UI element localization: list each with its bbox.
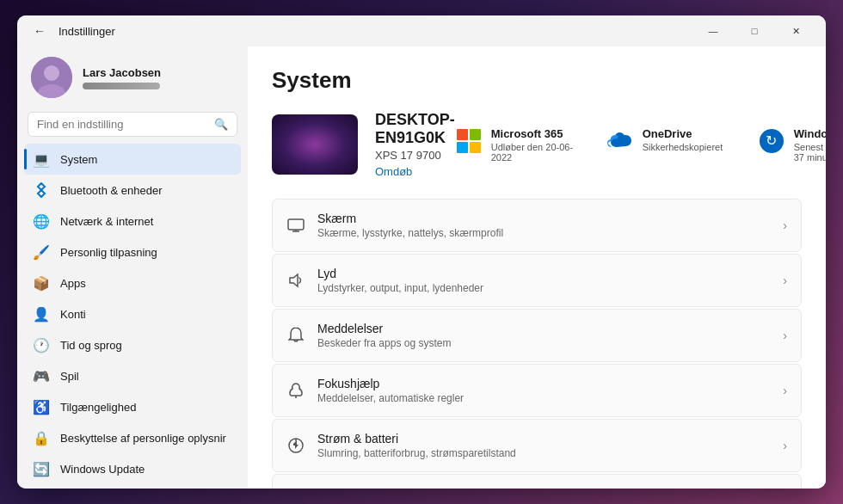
device-info: DESKTOP-EN91G0K XPS 17 9700 Omdøb [375,111,455,178]
lyd-sub: Lydstyrker, output, input, lydenheder [317,282,771,294]
sidebar-item-gaming[interactable]: 🎮 Spil [24,360,241,391]
settings-item-meddelelser[interactable]: Meddelelser Beskeder fra apps og system … [272,309,802,362]
wu-sub: Senest kontrolleret: for 37 minutter sid… [794,142,826,163]
settings-item-stroem[interactable]: Strøm & batteri Slumring, batteriforbrug… [272,419,802,472]
svg-rect-3 [288,219,304,230]
sidebar: Lars Jacobsen 🔍 💻 System [17,46,248,489]
meddelelser-sub: Beskeder fra apps og system [317,337,771,349]
sidebar-item-label-system: System [60,153,97,166]
sidebar-item-apps[interactable]: 📦 Apps [24,267,241,298]
fokushjaelp-icon [286,381,305,400]
search-icon: 🔍 [214,118,228,131]
gaming-icon: 🎮 [33,367,50,384]
service-card-wu: ↻ Windows Update Senest kontrolleret: fo… [758,127,826,163]
back-button[interactable]: ← [28,19,52,43]
system-icon: 💻 [33,151,50,168]
sidebar-item-label-apps: Apps [60,277,86,290]
sidebar-item-network[interactable]: 🌐 Netværk & internet [24,206,241,237]
sidebar-item-bluetooth[interactable]: Bluetooth & enheder [24,175,241,206]
lyd-icon [286,271,305,290]
meddelelser-title: Meddelelser [317,322,771,335]
skaerm-arrow: › [783,218,787,232]
sidebar-item-accounts[interactable]: 👤 Konti [24,298,241,329]
close-button[interactable]: ✕ [776,17,815,45]
stroem-arrow: › [783,439,787,452]
network-icon: 🌐 [33,212,50,230]
ms365-icon [455,127,483,155]
sidebar-item-label-bluetooth: Bluetooth & enheder [60,184,163,197]
bluetooth-icon [33,181,50,199]
sidebar-item-label-time: Tid og sprog [60,339,122,352]
user-info: Lars Jacobsen [83,66,161,89]
main-content: Lars Jacobsen 🔍 💻 System [17,46,826,489]
meddelelser-icon [286,326,305,345]
stroem-icon [286,436,305,455]
sidebar-item-label-gaming: Spil [60,370,79,383]
stroem-sub: Slumring, batteriforbrug, strømsparetils… [317,447,771,459]
meddelelser-arrow: › [783,329,787,342]
sidebar-item-system[interactable]: 💻 System [24,144,241,175]
wu-text: Windows Update Senest kontrolleret: for … [794,127,826,163]
settings-list: Skærm Skærme, lysstyrke, nattelys, skærm… [272,199,802,489]
settings-item-lyd[interactable]: Lyd Lydstyrker, output, input, lydenhede… [272,254,802,307]
settings-window: ← Indstillinger — □ ✕ Lars Jacobsen [17,15,826,489]
lyd-text: Lyd Lydstyrker, output, input, lydenhede… [317,267,771,294]
windowsupdate-icon: 🔄 [33,460,50,477]
ms365-sub: Udløber den 20-06-2022 [491,142,593,163]
svg-point-1 [44,65,59,81]
sidebar-item-label-network: Netværk & internet [60,215,153,228]
onedrive-icon [606,127,634,155]
lyd-title: Lyd [317,267,771,280]
fokushjaelp-title: Fokushjælp [317,377,771,390]
sidebar-item-label-accessibility: Tilgængelighed [60,401,136,414]
meddelelser-text: Meddelelser Beskeder fra apps og system [317,322,771,349]
skaerm-icon [286,216,305,235]
onedrive-sub: Sikkerhedskopieret [643,142,723,152]
window-controls: — □ ✕ [693,17,815,45]
minimize-button[interactable]: — [693,17,733,45]
window-title: Indstillinger [58,25,115,38]
accounts-icon: 👤 [33,305,50,323]
user-section[interactable]: Lars Jacobsen [24,46,241,112]
page-title: System [272,67,802,94]
sidebar-item-label-windowsupdate: Windows Update [60,463,145,476]
stroem-title: Strøm & batteri [317,432,771,446]
sidebar-item-time[interactable]: 🕐 Tid og sprog [24,329,241,360]
service-card-onedrive: OneDrive Sikkerhedskopieret [606,127,744,163]
sidebar-item-personalization[interactable]: 🖌️ Personlig tilpasning [24,237,241,267]
sidebar-item-windowsupdate[interactable]: 🔄 Windows Update [24,453,241,484]
skaerm-sub: Skærme, lysstyrke, nattelys, skærmprofil [317,227,771,239]
sidebar-item-privacy[interactable]: 🔒 Beskyttelse af personlige oplysnir [24,422,241,453]
rename-link[interactable]: Omdøb [375,165,455,178]
sidebar-item-label-privacy: Beskyttelse af personlige oplysnir [60,432,226,445]
lyd-arrow: › [783,274,787,287]
sidebar-item-label-personalization: Personlig tilpasning [60,246,157,259]
maximize-button[interactable]: □ [735,17,774,45]
fokushjaelp-arrow: › [783,384,787,397]
sidebar-nav: 💻 System Bluetooth & enheder 🌐 Netværk &… [24,144,241,484]
search-box[interactable]: 🔍 [28,112,237,137]
device-model: XPS 17 9700 [375,149,455,162]
apps-icon: 📦 [33,274,50,292]
ms365-text: Microsoft 365 Udløber den 20-06-2022 [491,127,593,163]
settings-item-lager[interactable]: Lager › [272,474,802,489]
wu-icon: ↻ [758,127,785,155]
search-input[interactable] [37,118,207,131]
skaerm-title: Skærm [317,212,771,225]
user-name: Lars Jacobsen [83,66,161,79]
fokushjaelp-text: Fokushjælp Meddelelser, automatiske regl… [317,377,771,404]
ms365-name: Microsoft 365 [491,127,593,140]
wu-name: Windows Update [794,127,826,140]
lager-icon [286,487,305,489]
settings-item-skaerm[interactable]: Skærm Skærme, lysstyrke, nattelys, skærm… [272,199,802,252]
onedrive-name: OneDrive [643,127,723,140]
main-panel: System DESKTOP-EN91G0K XPS 17 9700 Omdøb [248,46,826,489]
settings-item-fokushjaelp[interactable]: Fokushjælp Meddelelser, automatiske regl… [272,364,802,417]
avatar [31,57,72,98]
device-name: DESKTOP-EN91G0K [375,111,455,147]
privacy-icon: 🔒 [33,429,50,446]
sidebar-item-accessibility[interactable]: ♿ Tilgængelighed [24,391,241,422]
personalization-icon: 🖌️ [33,243,50,261]
user-email [83,83,160,89]
titlebar: ← Indstillinger — □ ✕ [17,15,826,46]
